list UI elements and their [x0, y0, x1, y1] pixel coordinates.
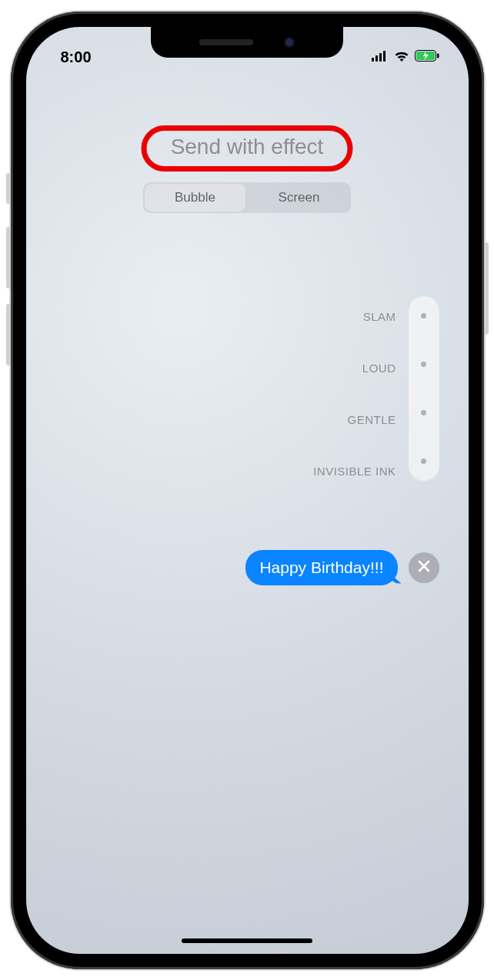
effect-option-gentle[interactable]: GENTLE — [347, 413, 396, 426]
effect-dot-loud[interactable] — [421, 362, 426, 367]
svg-rect-0 — [372, 58, 374, 62]
effect-dot-slam[interactable] — [421, 313, 426, 318]
close-icon — [417, 559, 431, 576]
notch — [151, 27, 343, 58]
effect-selector-track[interactable] — [409, 296, 439, 481]
tab-bubble-label: Bubble — [175, 190, 215, 205]
tab-screen-label: Screen — [279, 190, 320, 205]
cancel-button[interactable] — [409, 552, 439, 583]
effect-mode-segmented-control[interactable]: Bubble Screen — [143, 182, 351, 213]
svg-rect-3 — [383, 51, 386, 62]
effect-option-invisible-ink[interactable]: INVISIBLE INK — [313, 465, 396, 478]
bubble-effects-list: SLAM LOUD GENTLE INVISIBLE INK — [313, 296, 439, 481]
tab-screen[interactable]: Screen — [249, 184, 349, 212]
svg-rect-6 — [437, 54, 439, 58]
home-indicator[interactable] — [182, 938, 312, 943]
message-bubble: Happy Birthday!!! — [245, 550, 397, 585]
effect-option-slam[interactable]: SLAM — [363, 310, 396, 323]
front-camera — [284, 37, 295, 48]
cellular-icon — [372, 51, 389, 65]
tab-bubble[interactable]: Bubble — [145, 184, 245, 212]
status-indicators — [372, 50, 439, 65]
message-preview-row: Happy Birthday!!! — [245, 550, 439, 585]
page-title-wrap: Send with effect — [26, 135, 469, 159]
battery-charging-icon — [415, 50, 439, 65]
effect-labels: SLAM LOUD GENTLE INVISIBLE INK — [313, 296, 396, 478]
effect-dot-gentle[interactable] — [421, 410, 426, 415]
volume-up-button — [6, 227, 11, 288]
svg-rect-2 — [379, 53, 382, 62]
mute-switch — [6, 173, 11, 204]
side-button — [484, 242, 489, 335]
speaker-grille — [199, 39, 253, 45]
status-time: 8:00 — [61, 48, 92, 66]
effect-dot-invisible-ink[interactable] — [421, 458, 426, 464]
screen: 8:00 Send with effect Bubble — [26, 27, 469, 954]
volume-down-button — [6, 304, 11, 365]
page-title: Send with effect — [171, 135, 324, 159]
message-text: Happy Birthday!!! — [259, 558, 383, 576]
svg-rect-1 — [376, 55, 378, 62]
wifi-icon — [393, 50, 410, 65]
phone-frame: 8:00 Send with effect Bubble — [11, 12, 484, 969]
effect-option-loud[interactable]: LOUD — [362, 362, 396, 375]
